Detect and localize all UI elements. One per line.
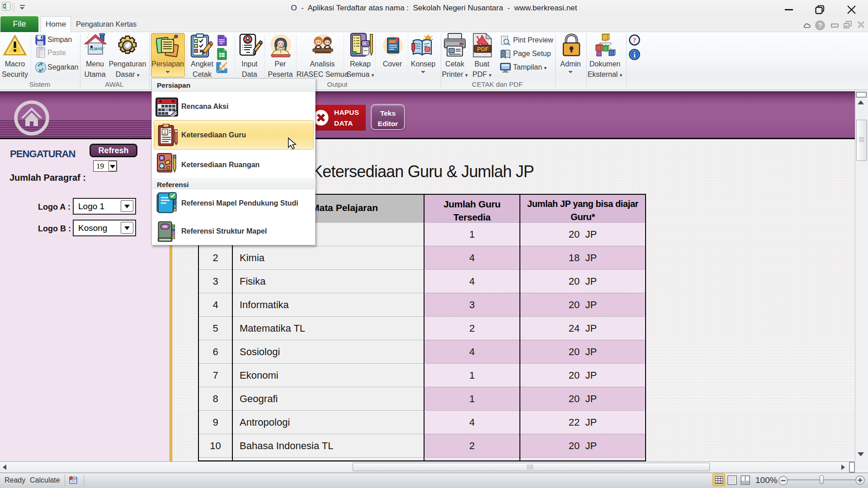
- svg-text:?: ?: [818, 21, 822, 29]
- svg-text:?: ?: [633, 37, 637, 44]
- svg-text:PDF: PDF: [477, 46, 489, 52]
- svg-text:i: i: [633, 51, 636, 59]
